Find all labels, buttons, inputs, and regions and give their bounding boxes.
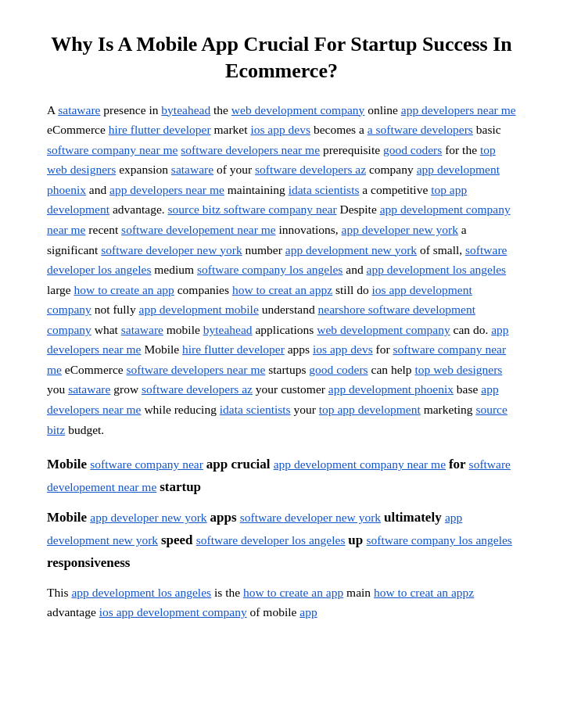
bold-apps: apps <box>210 510 239 525</box>
link-sataware-1[interactable]: sataware <box>58 103 100 117</box>
link-how-to-create-app-2[interactable]: how to create an app <box>243 586 343 599</box>
bold-up: up <box>348 533 366 547</box>
link-ios-app-devs-1[interactable]: ios app devs <box>250 123 310 136</box>
bold-responsiveness: responsiveness <box>47 555 130 570</box>
link-sataware-2[interactable]: sataware <box>171 163 213 176</box>
link-web-dev-company-2[interactable]: web development company <box>317 323 450 336</box>
bold-ultimately: ultimately <box>384 510 445 525</box>
link-software-devs-az-1[interactable]: software developers az <box>255 163 366 176</box>
link-software-developer-new-york-2[interactable]: software developer new york <box>240 511 381 524</box>
link-byteahead-1[interactable]: byteahead <box>161 103 210 117</box>
link-software-company-near-2[interactable]: software company near <box>90 457 203 471</box>
link-software-company-near-me-1[interactable]: software company near me <box>47 143 178 156</box>
link-software-company-los-angeles-2[interactable]: software company los angeles <box>367 533 512 547</box>
link-software-devs-near-me-2[interactable]: software developers near me <box>127 363 266 376</box>
link-app-dev-los-angeles-1[interactable]: app development los angeles <box>367 263 507 276</box>
link-app-dev-phoenix-2[interactable]: app development phoenix <box>328 382 454 396</box>
link-web-dev-company-1[interactable]: web development company <box>231 103 364 117</box>
link-idata-scientists-1[interactable]: idata scientists <box>289 183 360 196</box>
paragraph-3: This app development los angeles is the … <box>47 583 516 622</box>
link-how-to-create-app-1[interactable]: how to create an app <box>74 283 174 296</box>
link-hire-flutter-2[interactable]: hire flutter developer <box>182 342 285 356</box>
link-hire-flutter-1[interactable]: hire flutter developer <box>109 123 211 136</box>
bold-startup: startup <box>160 479 201 494</box>
link-top-web-designers-2[interactable]: top web designers <box>414 363 502 376</box>
link-app-devs-near-me-2[interactable]: app developers near me <box>109 183 224 196</box>
link-how-to-creat-appz-1[interactable]: how to creat an appz <box>232 283 332 296</box>
link-software-developement-near-me-1[interactable]: software developement near me <box>121 223 276 236</box>
mixed-line-1: Mobile software company near app crucial… <box>47 454 516 499</box>
link-ios-app-devs-2[interactable]: ios app devs <box>313 342 373 356</box>
link-app-dev-new-york-1[interactable]: app developer new york <box>342 223 458 236</box>
link-ios-app-dev-company-2[interactable]: ios app development company <box>99 605 247 619</box>
link-app-dev-mobile-1[interactable]: app development mobile <box>139 303 259 316</box>
bold-app-crucial: app crucial <box>206 457 274 472</box>
link-top-app-dev-2[interactable]: top app development <box>319 403 421 416</box>
link-sataware-3[interactable]: sataware <box>121 323 163 336</box>
page-title: Why Is A Mobile App Crucial For Startup … <box>47 31 516 84</box>
link-app-top[interactable]: app <box>299 605 317 619</box>
link-app-dev-company-near-me-2[interactable]: app development company near me <box>274 457 446 471</box>
link-app-devs-near-me-1[interactable]: app developers near me <box>401 103 516 117</box>
link-software-company-los-angeles-1[interactable]: software company los angeles <box>197 263 342 276</box>
link-how-to-creat-appz-2[interactable]: how to creat an appz <box>374 586 474 599</box>
link-good-coders-1[interactable]: good coders <box>383 143 442 156</box>
link-good-coders-2[interactable]: good coders <box>309 363 368 376</box>
bold-speed: speed <box>161 533 196 547</box>
link-app-dev-new-york-2[interactable]: app development new york <box>285 243 417 256</box>
link-software-dev-los-angeles-2[interactable]: software developer los angeles <box>196 533 346 547</box>
bold-mobile-2: Mobile <box>47 510 90 525</box>
link-source-bitz-software-near[interactable]: source bitz software company near <box>168 203 337 216</box>
link-byteahead-2[interactable]: byteahead <box>203 323 253 336</box>
link-app-dev-los-angeles-2[interactable]: app development los angeles <box>71 586 211 599</box>
link-idata-scientists-2[interactable]: idata scientists <box>220 403 291 416</box>
link-software-devs-az-2[interactable]: software developers az <box>142 382 253 396</box>
link-app-developer-new-york-2[interactable]: app developer new york <box>90 511 206 524</box>
bold-for: for <box>449 457 469 472</box>
link-software-devs-near-me-1[interactable]: software developers near me <box>181 143 320 156</box>
mixed-line-2: Mobile app developer new york apps softw… <box>47 507 516 575</box>
link-a-software-devs[interactable]: a software developers <box>368 123 473 136</box>
link-software-dev-new-york-1[interactable]: software developer new york <box>101 243 242 256</box>
link-sataware-4[interactable]: sataware <box>68 382 110 396</box>
main-paragraph: A sataware presence in byteahead the web… <box>47 100 516 440</box>
bold-mobile-1: Mobile <box>47 457 90 472</box>
